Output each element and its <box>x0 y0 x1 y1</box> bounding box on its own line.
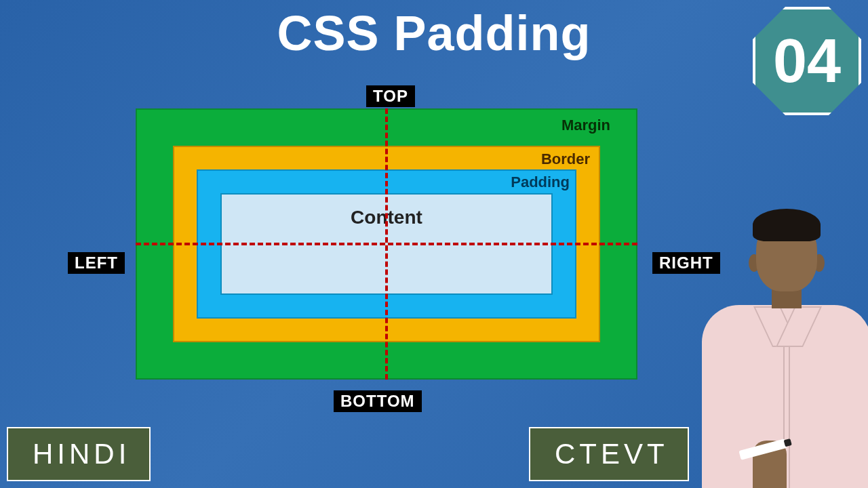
border-label: Border <box>541 150 590 168</box>
episode-number: 04 <box>773 26 841 96</box>
direction-bottom-label: BOTTOM <box>334 390 422 412</box>
page-title: CSS Padding <box>0 5 868 61</box>
language-tag: HINDI <box>7 427 151 481</box>
padding-label: Padding <box>511 174 570 191</box>
direction-left-label: LEFT <box>68 252 125 274</box>
horizontal-guide-line <box>136 243 637 245</box>
margin-label: Margin <box>561 117 610 134</box>
organization-tag: CTEVT <box>529 427 689 481</box>
box-model-diagram: Content Margin Border Padding <box>136 108 637 380</box>
episode-badge: 04 <box>753 7 861 115</box>
direction-top-label: TOP <box>366 85 415 107</box>
presenter-hair <box>753 209 821 241</box>
presenter-figure <box>698 190 868 488</box>
